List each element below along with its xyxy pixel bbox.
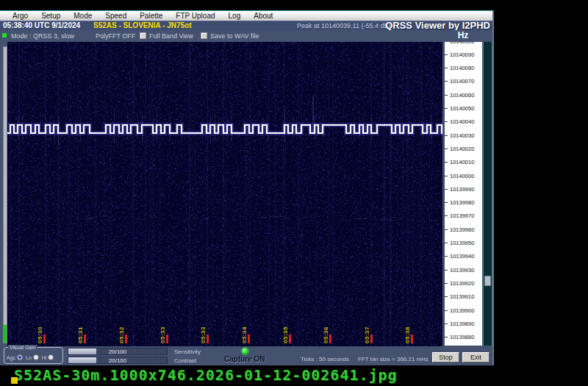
- menu-item-about[interactable]: About: [247, 11, 279, 21]
- exit-button[interactable]: Exit: [462, 352, 490, 362]
- freq-label: 10139890: [445, 320, 482, 327]
- freq-label: 10139950: [445, 240, 482, 247]
- radio-agc[interactable]: [17, 354, 23, 360]
- freq-tick-mark: [445, 324, 448, 324]
- freq-tick-mark: [445, 243, 448, 243]
- save-to-wav-checkbox[interactable]: [201, 32, 207, 39]
- menu-item-ftp-upload[interactable]: FTP Upload: [169, 11, 221, 21]
- freq-tick-mark: [445, 95, 448, 96]
- time-tick-mark: [370, 335, 373, 343]
- argo-window: ArgoSetupModeSpeedPaletteFTP UploadLogAb…: [0, 10, 494, 365]
- freq-tick-mark: [445, 270, 448, 271]
- freq-tick-mark: [445, 54, 448, 55]
- capture-filename: S52AS-30m.1000x746.2026-01-12-002641.jpg: [14, 366, 398, 384]
- freq-value: 10139960: [450, 226, 474, 233]
- capture-status: Capture ON: [224, 355, 265, 363]
- time-tick-mark: [248, 335, 250, 343]
- freq-tick-mark: [445, 176, 448, 176]
- freq-label: 10139900: [445, 307, 482, 314]
- signal-level-fill: [4, 325, 7, 343]
- freq-value: 10139880: [450, 334, 474, 340]
- visual-gain-label: Visual Gain: [8, 345, 37, 350]
- freq-value: 10140030: [450, 132, 474, 139]
- time-tick-mark: [166, 335, 168, 343]
- full-band-view-checkbox[interactable]: [140, 32, 146, 39]
- time-tick-mark: [84, 335, 86, 343]
- contrast-slider[interactable]: 20/100: [68, 357, 168, 364]
- freq-tick-mark: [445, 68, 448, 68]
- waterfall-display: 05:3005:3105:3205:3305:3305:3405:3505:36…: [7, 42, 442, 346]
- radio-label-lo: Lo: [26, 355, 32, 360]
- freq-value: 10139910: [450, 293, 474, 300]
- freq-value: 10139980: [450, 199, 474, 206]
- freq-value: 10140100: [450, 42, 474, 45]
- freq-label: 10140030: [445, 132, 482, 139]
- sensitivity-label: Sensitivity: [174, 349, 201, 355]
- peak-readout: Peak at 10140039.11 (-55.4 dB): [297, 22, 390, 29]
- freq-value: 10139940: [450, 253, 474, 260]
- freq-value: 10139970: [450, 212, 474, 219]
- freq-tick-mark: [445, 81, 448, 82]
- sensitivity-slider[interactable]: 20/100: [68, 348, 168, 355]
- menu-item-argo[interactable]: Argo: [6, 11, 35, 21]
- frequency-scrollbar[interactable]: [483, 42, 492, 346]
- radio-label-agc: Agc: [7, 355, 15, 360]
- save-to-wav-label: Save to WAV file: [210, 32, 259, 40]
- freq-label: 10140050: [445, 105, 482, 112]
- freq-value: 10140020: [450, 146, 474, 152]
- mode-bar: Mode : QRSS 3, slow PolyFFT OFF Full Ban…: [0, 30, 492, 42]
- freq-value: 10139990: [450, 186, 474, 193]
- freq-value: 10140080: [450, 65, 474, 71]
- freq-tick-mark: [445, 296, 448, 297]
- freq-tick-mark: [445, 310, 448, 311]
- menu-item-mode[interactable]: Mode: [67, 11, 98, 21]
- freq-value: 10140000: [450, 173, 474, 179]
- menu-item-palette[interactable]: Palette: [133, 11, 169, 21]
- freq-label: 10140100: [445, 42, 482, 45]
- control-bar: Visual Gain AgcLoHi 20/100 20/100 Sensit…: [0, 346, 492, 365]
- freq-label: 10140020: [445, 145, 482, 152]
- station-callsign: S52AS - SLOVENIA - JN75ot: [93, 21, 192, 29]
- scrollbar-thumb[interactable]: [484, 276, 491, 286]
- freq-value: 10139920: [450, 280, 474, 287]
- time-tick-mark: [329, 335, 331, 343]
- radio-hi[interactable]: [48, 354, 54, 360]
- freq-label: 10139970: [445, 212, 482, 220]
- freq-value: 10140070: [450, 78, 474, 85]
- menu-item-setup[interactable]: Setup: [35, 11, 67, 21]
- capture-led-icon: [242, 348, 248, 354]
- contrast-label: Contrast: [174, 357, 196, 364]
- menu-item-speed[interactable]: Speed: [98, 11, 133, 21]
- frequency-scale: 1014010010140090101400801014007010140060…: [445, 42, 482, 346]
- freq-label: 10139960: [445, 226, 482, 233]
- time-tick-mark: [43, 335, 46, 343]
- app-title: QRSS Viewer by I2PHD: [385, 20, 490, 31]
- polyfft-status: PolyFFT OFF: [96, 32, 135, 40]
- time-tick-mark: [207, 335, 209, 343]
- menu-item-log[interactable]: Log: [222, 11, 248, 21]
- freq-label: 10139910: [445, 293, 482, 301]
- freq-label: 10139990: [445, 185, 482, 193]
- ticks-info: Ticks : 50 seconds: [301, 356, 349, 362]
- freq-value: 10139930: [450, 267, 474, 274]
- full-band-view-label: Full Band View: [149, 32, 193, 40]
- freq-tick-mark: [445, 162, 448, 162]
- time-tick-mark: [411, 335, 413, 343]
- freq-tick-mark: [445, 189, 448, 190]
- stop-button[interactable]: Stop: [432, 352, 459, 362]
- freq-label: 10139940: [445, 253, 482, 260]
- freq-tick-mark: [445, 337, 448, 337]
- freq-tick-mark: [445, 229, 448, 230]
- status-bar: 05:38:40 UTC 9/1/2024 S52AS - SLOVENIA -…: [0, 21, 492, 30]
- freq-tick-mark: [445, 108, 448, 109]
- time-tick-mark: [289, 335, 291, 343]
- radio-label-hi: Hi: [42, 355, 47, 360]
- freq-tick-mark: [445, 215, 448, 216]
- radio-lo[interactable]: [33, 354, 39, 360]
- freq-value: 10140060: [450, 92, 474, 99]
- mode-led-icon: [2, 33, 7, 37]
- freq-tick-mark: [445, 135, 448, 136]
- freq-label: 10139930: [445, 266, 482, 274]
- hz-unit-label: Hz: [446, 30, 480, 40]
- freq-label: 10140090: [445, 51, 482, 58]
